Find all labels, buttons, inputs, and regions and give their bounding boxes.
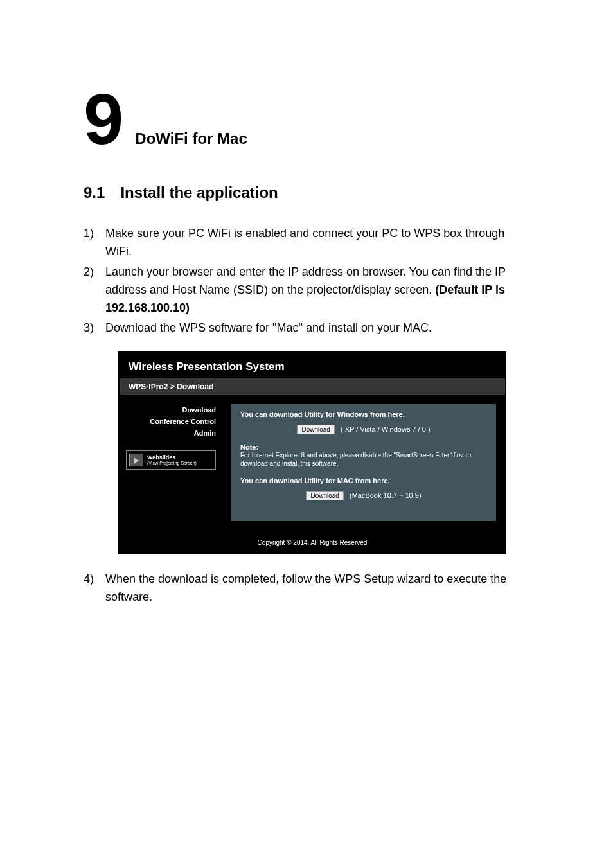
step-number: 1) [84, 225, 105, 261]
list-item: 2) Launch your browser and enter the IP … [84, 263, 529, 317]
windows-download-line: Download ( XP / Vista / Windows 7 / 8 ) [240, 425, 487, 434]
download-panel: You can download Utility for Windows fro… [231, 404, 496, 521]
embedded-screenshot: Wireless Presentation System WPS-IPro2 >… [118, 351, 506, 554]
mac-download-heading: You can download Utility for MAC from he… [240, 477, 487, 484]
sidebar-item-admin[interactable]: Admin [126, 427, 216, 439]
mac-version-text: (MacBook 10.7 ~ 10.9) [350, 492, 422, 499]
step-text: Download the WPS software for "Mac" and … [105, 319, 529, 337]
main-panel: You can download Utility for Windows fro… [222, 395, 505, 534]
note-body: For Internet Explorer 8 and above, pleas… [240, 451, 487, 468]
windows-download-heading: You can download Utility for Windows fro… [240, 411, 487, 418]
webslides-label: Webslides (View Projecting Screen) [147, 455, 197, 466]
sidebar-item-download[interactable]: Download [126, 404, 216, 416]
sidebar-item-conference[interactable]: Conference Control [126, 416, 216, 427]
step-text: Make sure your PC WiFi is enabled and co… [105, 225, 529, 261]
step-text: Launch your browser and enter the IP add… [105, 263, 529, 317]
screenshot-title: Wireless Presentation System [129, 360, 496, 373]
note-heading: Note: [240, 443, 487, 451]
mac-download-line: Download (MacBook 10.7 ~ 10.9) [240, 491, 487, 500]
list-item: 3) Download the WPS software for "Mac" a… [84, 319, 529, 337]
play-icon [129, 454, 143, 466]
windows-version-text: ( XP / Vista / Windows 7 / 8 ) [341, 425, 431, 433]
download-button-windows[interactable]: Download [297, 425, 334, 434]
step-text: When the download is completed, follow t… [105, 571, 529, 607]
chapter-title: DoWiFi for Mac [135, 130, 247, 148]
webslides-title: Webslides [147, 455, 197, 461]
screenshot-header: Wireless Presentation System [120, 353, 505, 378]
section-number: 9.1 [84, 184, 105, 202]
list-item: 4) When the download is completed, follo… [84, 571, 529, 607]
step-number: 3) [84, 319, 105, 337]
breadcrumb: WPS-IPro2 > Download [120, 378, 505, 395]
steps-list: 1) Make sure your PC WiFi is enabled and… [84, 225, 529, 337]
steps-list-cont: 4) When the download is completed, follo… [84, 571, 529, 607]
download-button-mac[interactable]: Download [306, 491, 343, 500]
screenshot-footer: Copyright © 2014. All Rights Reserved [120, 534, 505, 553]
chapter-heading: 9 DoWiFi for Mac [84, 84, 529, 155]
section-heading: 9.1 Install the application [84, 184, 529, 202]
list-item: 1) Make sure your PC WiFi is enabled and… [84, 225, 529, 261]
chapter-number: 9 [84, 84, 123, 155]
step-number: 4) [84, 571, 105, 607]
screenshot-body: Download Conference Control Admin Websli… [120, 395, 505, 534]
section-title: Install the application [120, 184, 278, 202]
sidebar: Download Conference Control Admin Websli… [120, 395, 222, 534]
step-number: 2) [84, 263, 105, 317]
webslides-subtitle: (View Projecting Screen) [147, 461, 197, 466]
sidebar-item-webslides[interactable]: Webslides (View Projecting Screen) [126, 450, 216, 470]
